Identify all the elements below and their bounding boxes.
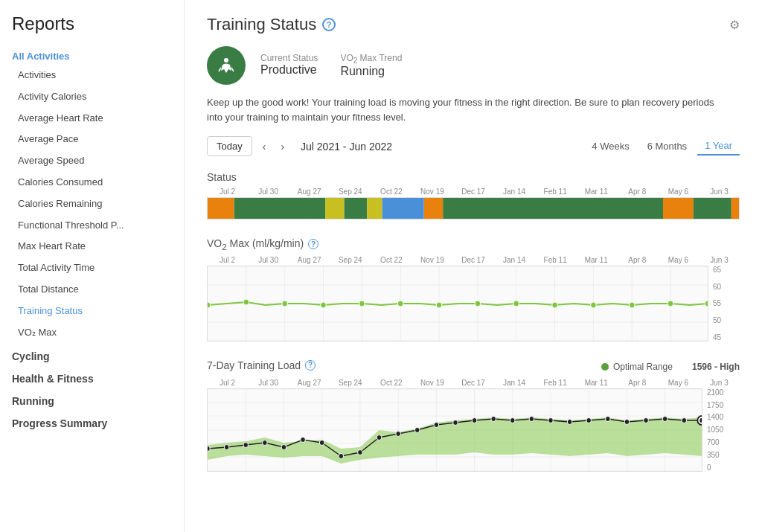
vo2-info-icon[interactable]: ? — [308, 239, 318, 249]
tl-x-3: Sep 24 — [330, 379, 371, 387]
x-label-2: Aug 27 — [289, 188, 330, 196]
x-label-10: Apr 8 — [617, 188, 658, 196]
x-label-8: Feb 11 — [535, 188, 576, 196]
sidebar-item-functional-threshold[interactable]: Functional Threshold P... — [0, 215, 184, 237]
vo2-x-6: Dec 17 — [452, 256, 493, 264]
tl-x-2: Aug 27 — [289, 379, 330, 387]
current-status-value: Productive — [260, 63, 318, 77]
svg-point-34 — [397, 301, 403, 307]
sidebar-item-avg-pace[interactable]: Average Pace — [0, 129, 184, 150]
svg-point-87 — [662, 416, 667, 421]
tl-x-9: Mar 11 — [576, 379, 617, 387]
high-value-label: 1596 - High — [692, 362, 740, 372]
training-chart-wrapper: 2100 1750 1400 1050 700 350 0 — [207, 388, 740, 472]
x-label-0: Jul 2 — [207, 188, 248, 196]
tl-x-6: Dec 17 — [452, 379, 493, 387]
tl-y-1050: 1050 — [707, 426, 738, 434]
training-chart-header: 7-Day Training Load ? Optimal Range 1596… — [207, 359, 740, 374]
svg-point-75 — [434, 422, 439, 427]
time-controls: Today ‹ › Jul 2021 - Jun 2022 4 Weeks 6 … — [207, 136, 740, 156]
svg-point-30 — [243, 299, 249, 305]
sidebar-item-max-heart-rate[interactable]: Max Heart Rate — [0, 236, 184, 257]
vo2-svg — [208, 266, 708, 341]
today-button[interactable]: Today — [207, 136, 252, 156]
tl-y-1750: 1750 — [707, 401, 738, 409]
sidebar-group-cycling[interactable]: Cycling — [0, 343, 184, 365]
vo2-x-4: Oct 22 — [371, 256, 412, 264]
current-status-label: Current Status — [260, 53, 318, 63]
x-label-1: Jul 30 — [248, 188, 289, 196]
svg-rect-11 — [731, 198, 739, 219]
sidebar-item-total-distance[interactable]: Total Distance — [0, 279, 184, 301]
sidebar-group-running[interactable]: Running — [0, 388, 184, 410]
svg-rect-10 — [694, 198, 731, 219]
sidebar-item-training-status[interactable]: Training Status — [0, 301, 184, 322]
tl-x-1: Jul 30 — [248, 379, 289, 387]
trend-item: VO2 Max Trend Running — [340, 53, 402, 78]
svg-rect-1 — [208, 198, 234, 219]
period-1year[interactable]: 1 Year — [697, 137, 740, 156]
x-label-7: Jan 14 — [494, 188, 535, 196]
x-label-11: May 6 — [658, 188, 699, 196]
trend-label: VO2 Max Trend — [340, 53, 402, 65]
sidebar-item-total-activity-time[interactable]: Total Activity Time — [0, 257, 184, 279]
x-label-12: Jun 3 — [699, 188, 740, 196]
vo2-y-65: 65 — [713, 266, 738, 274]
svg-point-64 — [224, 444, 229, 449]
svg-point-77 — [472, 417, 477, 423]
svg-point-88 — [682, 417, 687, 423]
status-bar-chart — [207, 197, 740, 219]
svg-point-65 — [243, 442, 249, 447]
optimal-range-label: Optimal Range — [613, 362, 673, 372]
svg-point-29 — [208, 302, 211, 308]
current-status-item: Current Status Productive — [260, 53, 318, 78]
sidebar-item-calories-remaining[interactable]: Calories Remaining — [0, 193, 184, 215]
tl-y-700: 700 — [707, 438, 738, 446]
title-info-icon[interactable]: ? — [322, 18, 336, 31]
svg-point-83 — [586, 417, 592, 423]
settings-icon[interactable]: ⚙ — [729, 18, 740, 32]
period-4weeks[interactable]: 4 Weeks — [584, 138, 636, 155]
tl-x-11: May 6 — [658, 379, 699, 387]
sidebar-item-activities[interactable]: Activities — [0, 65, 184, 86]
vo2-x-7: Jan 14 — [494, 256, 535, 264]
page-title: Training Status ? — [207, 15, 336, 34]
status-title-text: Status — [207, 171, 237, 183]
sidebar-group-health-fitness[interactable]: Health & Fitness — [0, 365, 184, 388]
tl-x-10: Apr 8 — [617, 379, 658, 387]
vo2-x-0: Jul 2 — [207, 256, 248, 264]
next-button[interactable]: › — [276, 138, 289, 156]
main-content: Training Status ? ⚙ Current Status Produ… — [185, 0, 762, 532]
sidebar-item-calories-consumed[interactable]: Calories Consumed — [0, 172, 184, 193]
prev-button[interactable]: ‹ — [258, 138, 271, 156]
svg-point-78 — [491, 416, 496, 421]
vo2-x-10: Apr 8 — [617, 256, 658, 264]
period-6months[interactable]: 6 Months — [640, 138, 694, 155]
vo2-chart-wrapper: 65 60 55 50 45 — [207, 266, 740, 342]
sidebar-item-avg-speed[interactable]: Average Speed — [0, 150, 184, 172]
tl-x-0: Jul 2 — [207, 379, 248, 387]
x-label-3: Sep 24 — [330, 188, 371, 196]
svg-point-67 — [281, 444, 286, 449]
vo2-x-axis: Jul 2 Jul 30 Aug 27 Sep 24 Oct 22 Nov 19… — [207, 254, 740, 266]
vo2-chart-area — [207, 266, 708, 342]
sidebar-section-all-activities[interactable]: All Activities — [0, 43, 184, 65]
vo2-y-60: 60 — [713, 283, 738, 291]
tl-x-4: Oct 22 — [371, 379, 412, 387]
svg-rect-2 — [234, 198, 325, 219]
sidebar-item-vo2-max[interactable]: VO₂ Max — [0, 322, 184, 344]
sidebar-item-activity-calories[interactable]: Activity Calories — [0, 86, 184, 108]
svg-point-86 — [644, 417, 649, 423]
svg-point-82 — [567, 419, 572, 424]
vo2-x-1: Jul 30 — [248, 256, 289, 264]
sidebar-group-progress-summary[interactable]: Progress Summary — [0, 410, 184, 432]
status-chart-title: Status — [207, 171, 740, 183]
svg-point-36 — [475, 301, 481, 307]
vo2-x-3: Sep 24 — [330, 256, 371, 264]
tl-x-12: Jun 3 — [699, 379, 740, 387]
sidebar-title: Reports — [0, 7, 184, 43]
sidebar-item-avg-heart-rate[interactable]: Average Heart Rate — [0, 108, 184, 129]
training-load-info-icon[interactable]: ? — [305, 360, 316, 371]
svg-rect-7 — [424, 198, 444, 219]
svg-point-69 — [319, 440, 324, 445]
